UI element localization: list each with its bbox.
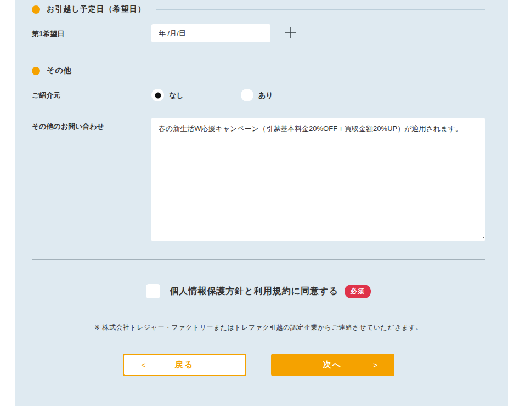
contact-note: ※ 株式会社トレジャー・ファクトリーまたはトレファク引越の認定企業からご連絡させ… [32, 323, 485, 332]
date-label: 第1希望日 [32, 24, 151, 39]
inquiry-label: その他のお問い合わせ [32, 118, 151, 132]
back-button[interactable]: < 戻る [123, 354, 246, 376]
section-title: その他 [47, 66, 72, 76]
referral-label: ご紹介元 [32, 90, 151, 100]
date-row: 第1希望日 [32, 24, 485, 42]
agreement-text: 個人情報保護方針と利用規約に同意する [170, 286, 338, 297]
agreement-checkbox[interactable] [146, 284, 160, 298]
referral-radio-group: なし あり [151, 89, 330, 101]
radio-icon[interactable] [151, 89, 164, 101]
agreement-conjunction: と [244, 286, 253, 296]
horizontal-divider [32, 259, 485, 260]
section-bullet-icon [32, 5, 40, 14]
section-divider-line [82, 71, 485, 71]
referral-row: ご紹介元 なし あり [32, 89, 485, 101]
agreement-row: 個人情報保護方針と利用規約に同意する 必須 [32, 284, 485, 298]
section-divider-line [156, 9, 485, 10]
button-row: < 戻る 次へ > [32, 354, 485, 376]
inquiry-textarea[interactable]: 春の新生活W応援キャンペーン（引越基本料金20%OFF＋買取金額20%UP）が適… [151, 118, 485, 241]
form-panel: お引越し予定日（希望日） 第1希望日 その他 ご紹介元 なし あり その他のお問… [15, 0, 508, 406]
date-input[interactable] [151, 24, 270, 42]
section-title: お引越し予定日（希望日） [47, 4, 146, 14]
next-button-label: 次へ [323, 360, 342, 369]
section-bullet-icon [32, 67, 40, 75]
plus-icon[interactable] [284, 26, 297, 41]
chevron-left-icon: < [142, 361, 147, 370]
radio-option-label: あり [258, 90, 273, 100]
chevron-right-icon: > [373, 361, 379, 370]
inquiry-row: その他のお問い合わせ 春の新生活W応援キャンペーン（引越基本料金20%OFF＋買… [32, 118, 485, 241]
radio-icon[interactable] [241, 89, 253, 101]
terms-link[interactable]: 利用規約 [254, 286, 291, 296]
back-button-label: 戻る [175, 360, 194, 369]
next-button[interactable]: 次へ > [271, 354, 394, 376]
radio-option-label: なし [169, 90, 184, 100]
agreement-suffix: に同意する [291, 286, 338, 296]
radio-option-none[interactable]: なし [151, 89, 241, 101]
privacy-policy-link[interactable]: 個人情報保護方針 [170, 286, 244, 296]
required-badge: 必須 [345, 285, 371, 298]
section-header-moving-date: お引越し予定日（希望日） [32, 4, 485, 14]
radio-option-yes[interactable]: あり [241, 89, 330, 101]
section-header-other: その他 [32, 66, 485, 76]
